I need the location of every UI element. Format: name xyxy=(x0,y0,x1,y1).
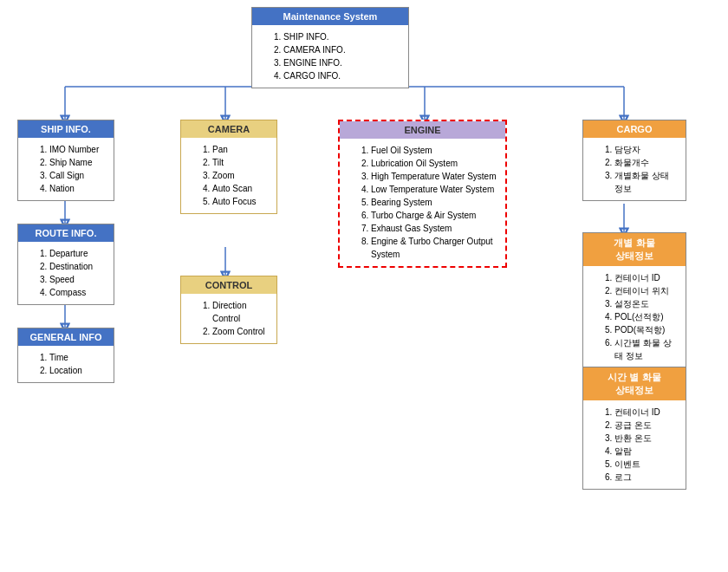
cargo-detail-item-2: 컨테이너 위치 xyxy=(614,284,677,297)
route-item-1: Departure xyxy=(49,247,105,260)
camera-header: CAMERA xyxy=(181,120,276,138)
ship-item-4: Nation xyxy=(49,182,105,195)
camera-item-3: Zoom xyxy=(212,169,268,182)
maintenance-item-4: CARGO INFO. xyxy=(283,69,400,82)
route-info-body: Departure Destination Speed Compass xyxy=(18,242,114,304)
general-info-body: Time Location xyxy=(18,346,114,382)
ship-info-body: IMO Number Ship Name Call Sign Nation xyxy=(18,138,114,200)
cargo-item-3: 개별화물 상태 정보 xyxy=(614,169,677,195)
cargo-time-header: 시간 별 화물 상태정보 xyxy=(583,367,686,400)
cargo-body: 담당자 화물개수 개별화물 상태 정보 xyxy=(583,138,686,200)
cargo-detail-body: 컨테이너 ID 컨테이너 위치 설정온도 POL(선적항) POD(목적항) 시… xyxy=(583,266,686,367)
maintenance-item-1: SHIP INFO. xyxy=(283,30,400,43)
cargo-detail-item-4: POL(선적항) xyxy=(614,310,677,323)
cargo-detail-item-6: 시간별 화물 상태 정보 xyxy=(614,336,677,362)
cargo-time-body: 컨테이너 ID 공급 온도 반환 온도 알람 이벤트 로그 xyxy=(583,400,686,489)
ship-item-3: Call Sign xyxy=(49,169,105,182)
route-info-box: ROUTE INFO. Departure Destination Speed … xyxy=(17,224,114,305)
engine-item-4: Low Temperature Water System xyxy=(371,183,497,196)
ship-info-header: SHIP INFO. xyxy=(18,120,114,138)
cargo-time-item-4: 알람 xyxy=(614,445,677,458)
control-header: CONTROL xyxy=(181,276,276,294)
cargo-header: CARGO xyxy=(583,120,686,138)
camera-item-4: Auto Scan xyxy=(212,182,268,195)
control-box: CONTROL Direction Control Zoom Control xyxy=(180,276,277,344)
maintenance-header: Maintenance System xyxy=(252,8,408,25)
cargo-detail-item-3: 설정온도 xyxy=(614,297,677,310)
cargo-detail-item-5: POD(목적항) xyxy=(614,323,677,336)
cargo-time-item-3: 반환 온도 xyxy=(614,432,677,445)
maintenance-box: Maintenance System SHIP INFO. CAMERA INF… xyxy=(251,7,409,88)
engine-body: Fuel Oil System Lubrication Oil System H… xyxy=(340,139,505,266)
cargo-time-item-2: 공급 온도 xyxy=(614,419,677,432)
camera-body: Pan Tilt Zoom Auto Scan Auto Focus xyxy=(181,138,276,213)
engine-item-3: High Temperature Water System xyxy=(371,170,497,183)
maintenance-body: SHIP INFO. CAMERA INFO. ENGINE INFO. CAR… xyxy=(252,25,408,88)
engine-item-6: Turbo Charge & Air System xyxy=(371,209,497,222)
engine-item-1: Fuel Oil System xyxy=(371,144,497,157)
general-info-box: GENERAL INFO Time Location xyxy=(17,328,114,383)
general-item-1: Time xyxy=(49,351,105,364)
general-info-header: GENERAL INFO xyxy=(18,328,114,346)
camera-box: CAMERA Pan Tilt Zoom Auto Scan Auto Focu… xyxy=(180,120,277,214)
maintenance-item-3: ENGINE INFO. xyxy=(283,56,400,69)
cargo-detail-box: 개별 화물 상태정보 컨테이너 ID 컨테이너 위치 설정온도 POL(선적항)… xyxy=(582,232,686,368)
cargo-detail-item-1: 컨테이너 ID xyxy=(614,271,677,284)
general-item-2: Location xyxy=(49,364,105,377)
route-item-3: Speed xyxy=(49,273,105,286)
camera-item-5: Auto Focus xyxy=(212,195,268,208)
ship-info-box: SHIP INFO. IMO Number Ship Name Call Sig… xyxy=(17,120,114,201)
control-item-2: Zoom Control xyxy=(212,325,268,338)
cargo-box: CARGO 담당자 화물개수 개별화물 상태 정보 xyxy=(582,120,686,201)
cargo-item-1: 담당자 xyxy=(614,143,677,156)
diagram: Maintenance System SHIP INFO. CAMERA INF… xyxy=(0,0,728,572)
route-item-2: Destination xyxy=(49,260,105,273)
cargo-time-box: 시간 별 화물 상태정보 컨테이너 ID 공급 온도 반환 온도 알람 이벤트 … xyxy=(582,367,686,490)
ship-item-2: Ship Name xyxy=(49,156,105,169)
cargo-time-item-6: 로그 xyxy=(614,471,677,484)
engine-header: ENGINE xyxy=(340,121,505,139)
cargo-time-item-5: 이벤트 xyxy=(614,458,677,471)
cargo-time-item-1: 컨테이너 ID xyxy=(614,406,677,419)
control-body: Direction Control Zoom Control xyxy=(181,294,276,343)
engine-item-5: Bearing System xyxy=(371,196,497,209)
ship-item-1: IMO Number xyxy=(49,143,105,156)
engine-box: ENGINE Fuel Oil System Lubrication Oil S… xyxy=(338,120,507,268)
camera-item-2: Tilt xyxy=(212,156,268,169)
engine-item-2: Lubrication Oil System xyxy=(371,157,497,170)
engine-item-7: Exhaust Gas System xyxy=(371,222,497,235)
engine-item-8: Engine & Turbo Charger Output System xyxy=(371,235,497,261)
maintenance-item-2: CAMERA INFO. xyxy=(283,43,400,56)
route-item-4: Compass xyxy=(49,286,105,299)
control-item-1: Direction Control xyxy=(212,299,268,325)
cargo-detail-header: 개별 화물 상태정보 xyxy=(583,233,686,266)
camera-item-1: Pan xyxy=(212,143,268,156)
cargo-item-2: 화물개수 xyxy=(614,156,677,169)
route-info-header: ROUTE INFO. xyxy=(18,224,114,242)
